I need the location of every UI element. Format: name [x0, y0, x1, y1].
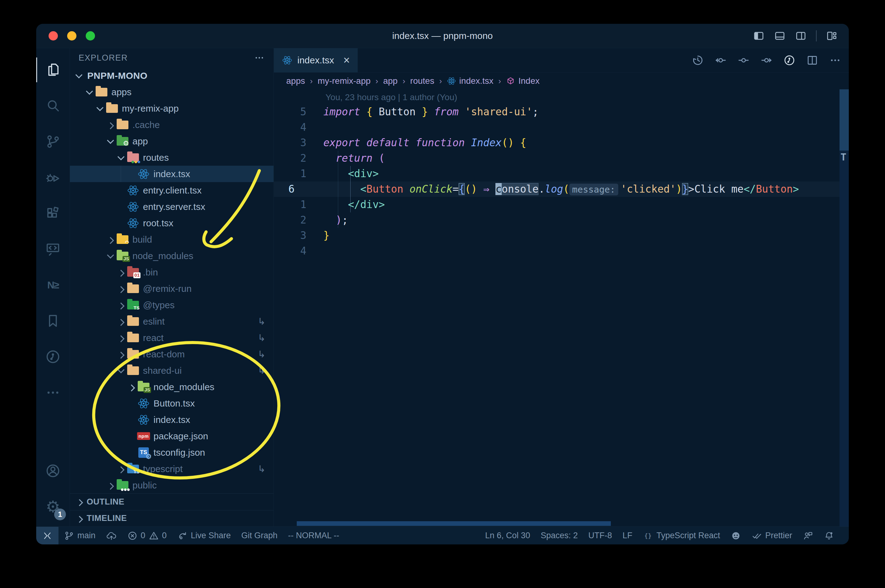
code-editor[interactable]: You, 23 hours ago | 1 author (You)5impor…	[274, 89, 849, 526]
breadcrumb-item-my-remix-app[interactable]: my-remix-app	[318, 76, 370, 86]
status-git-branch[interactable]: main	[59, 527, 101, 544]
tree-row-my-remix-app[interactable]: my-remix-app	[70, 100, 274, 117]
tree-row--cache[interactable]: .cache	[70, 117, 274, 133]
status-github[interactable]	[725, 527, 747, 544]
activity-gitlens[interactable]	[36, 339, 70, 375]
tree-row-root-tsx[interactable]: root.tsx	[70, 215, 274, 231]
tree-row--bin[interactable]: 01.bin	[70, 264, 274, 280]
close-window-button[interactable]	[48, 31, 58, 40]
feedback-icon	[803, 531, 813, 541]
activity-nx-console[interactable]: N≥	[36, 267, 70, 303]
braces-icon: {}	[643, 531, 653, 541]
activity-search[interactable]	[36, 88, 70, 124]
tree-row-eslint[interactable]: eslint↳	[70, 313, 274, 330]
tree-row--remix-run[interactable]: @remix-run	[70, 280, 274, 297]
folder-icon-public	[117, 481, 128, 490]
tree-row-shared-ui[interactable]: shared-ui↳	[70, 362, 274, 379]
breadcrumb-item-routes[interactable]: routes	[410, 76, 435, 86]
tree-row-pnpm-mono[interactable]: PNPM-MONO	[70, 68, 274, 84]
toggle-primary-sidebar-icon[interactable]	[753, 30, 765, 42]
activity-additional-views[interactable]	[36, 375, 70, 411]
explorer-title: EXPLORER	[78, 53, 128, 63]
activity-accounts[interactable]	[36, 453, 70, 489]
chevron-down-icon	[84, 90, 95, 94]
outline-section[interactable]: OUTLINE	[70, 494, 274, 510]
breadcrumb-item-index-tsx[interactable]: index.tsx	[447, 76, 494, 86]
activity-extensions[interactable]	[36, 195, 70, 231]
status-live-share[interactable]: Live Share	[172, 527, 236, 544]
open-changes-previous-icon[interactable]	[715, 54, 727, 66]
status-remote-indicator[interactable]	[36, 527, 59, 544]
status-notifications[interactable]	[819, 527, 840, 544]
status-language-mode[interactable]: {}TypeScript React	[637, 527, 725, 544]
status-prettier[interactable]: Prettier	[747, 527, 798, 544]
explorer-more-actions-icon[interactable]	[254, 52, 265, 63]
code-token: =	[452, 183, 459, 195]
zoom-window-button[interactable]	[86, 31, 95, 40]
status-cursor-position[interactable]: Ln 6, Col 30	[480, 527, 536, 544]
tree-row-package-json[interactable]: npmpackage.json	[70, 428, 274, 444]
status-indentation[interactable]: Spaces: 2	[535, 527, 583, 544]
status-label: LF	[623, 531, 632, 540]
activity-source-control[interactable]	[36, 124, 70, 159]
breadcrumb-item-index[interactable]: Index	[506, 76, 540, 86]
status-publish-changes[interactable]	[101, 527, 122, 544]
tree-row-node-modules[interactable]: JSnode_modules	[70, 379, 274, 395]
status-problems[interactable]: 00	[122, 527, 172, 544]
tree-row--types[interactable]: TS@types	[70, 297, 274, 313]
tree-row-routes[interactable]: routes	[70, 149, 274, 166]
remote-icon	[42, 531, 53, 541]
breadcrumb-label: apps	[286, 76, 305, 86]
breadcrumb-item-apps[interactable]: apps	[286, 76, 305, 86]
status-end-of-line[interactable]: LF	[617, 527, 638, 544]
tree-row-index-tsx[interactable]: index.tsx	[70, 166, 274, 182]
tree-row-node-modules[interactable]: JSnode_modules	[70, 248, 274, 264]
tree-row-tsconfig-json[interactable]: TS⚙tsconfig.json	[70, 444, 274, 460]
status-encoding[interactable]: UTF-8	[583, 527, 617, 544]
toggle-secondary-sidebar-icon[interactable]	[795, 30, 807, 42]
breadcrumb-item-app[interactable]: app	[383, 76, 397, 86]
split-editor-icon[interactable]	[806, 54, 819, 66]
code-token: }	[422, 106, 428, 118]
tree-row-react-dom[interactable]: react-dom↳	[70, 346, 274, 362]
status-git-graph[interactable]: Git Graph	[236, 527, 283, 544]
activity-bookmarks[interactable]	[36, 303, 70, 339]
source-control-icon	[45, 134, 61, 150]
tree-row-entry-server-tsx[interactable]: entry.server.tsx	[70, 198, 274, 215]
toggle-panel-icon[interactable]	[774, 30, 786, 42]
gitlens-graph-icon[interactable]	[783, 54, 796, 66]
open-changes-next-icon[interactable]	[760, 54, 773, 66]
tree-row-build[interactable]: ◠build	[70, 231, 274, 248]
tree-row-apps[interactable]: apps	[70, 84, 274, 100]
tree-row-public[interactable]: public	[70, 477, 274, 494]
status-vim-mode[interactable]: -- NORMAL --	[283, 527, 345, 544]
horizontal-scrollbar-slider[interactable]	[297, 521, 611, 526]
tree-row-typescript[interactable]: TStypescript↳	[70, 460, 274, 477]
vertical-scrollbar[interactable]: T	[840, 89, 849, 526]
activity-remote-explorer[interactable]	[36, 231, 70, 267]
vertical-scrollbar-slider[interactable]	[840, 89, 849, 150]
tree-row-entry-client-tsx[interactable]: entry.client.tsx	[70, 182, 274, 198]
open-changes-icon[interactable]	[738, 54, 750, 66]
timeline-section[interactable]: TIMELINE	[70, 510, 274, 527]
code-token: .	[539, 183, 545, 195]
code-token	[360, 106, 366, 118]
more-actions-icon[interactable]	[829, 54, 841, 66]
folder-icon-tan	[127, 350, 139, 358]
tab-index-tsx[interactable]: index.tsx ×	[274, 48, 358, 72]
activity-explorer[interactable]	[36, 52, 70, 88]
status-label: TypeScript React	[656, 531, 720, 540]
tree-row-button-tsx[interactable]: Button.tsx	[70, 395, 274, 411]
code-token: >Click me	[688, 183, 744, 195]
tree-row-react[interactable]: react↳	[70, 330, 274, 346]
breadcrumb-separator: ›	[310, 76, 313, 86]
activity-settings[interactable]: ⚙1	[36, 489, 70, 525]
activity-run-and-debug[interactable]	[36, 159, 70, 195]
file-history-icon[interactable]	[692, 54, 704, 66]
status-feedback[interactable]	[798, 527, 819, 544]
close-tab-icon[interactable]: ×	[339, 54, 350, 67]
customize-layout-icon[interactable]	[826, 30, 838, 42]
tree-row-app[interactable]: ⚙app	[70, 133, 274, 149]
tree-row-index-tsx[interactable]: index.tsx	[70, 411, 274, 428]
minimize-window-button[interactable]	[67, 31, 77, 40]
